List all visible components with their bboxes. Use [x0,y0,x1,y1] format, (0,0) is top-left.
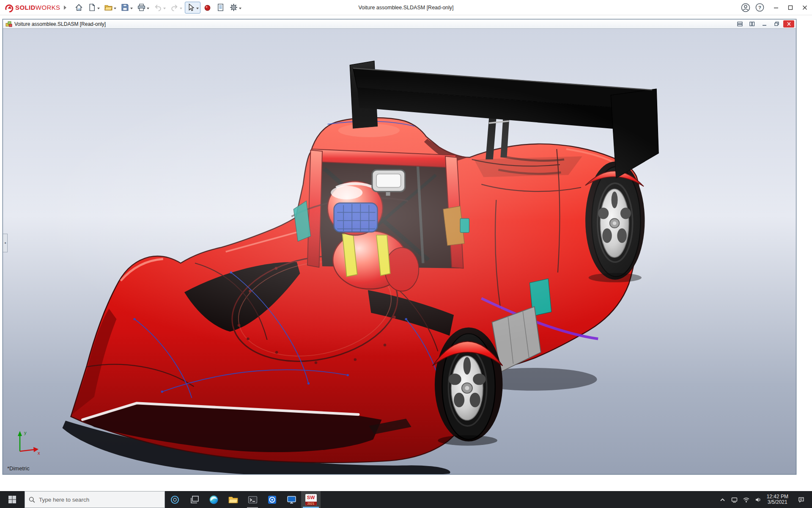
options-button[interactable] [228,2,243,14]
home-icon [74,3,83,12]
minimize-button[interactable] [769,0,783,15]
notification-center-icon [798,496,805,503]
clock-time: 12:42 PM [767,494,788,500]
wifi-icon [743,496,750,503]
redo-icon [170,3,179,12]
app-window: SOLIDWORKS [0,0,812,508]
new-document-icon [88,3,96,12]
display-app-button[interactable] [282,491,301,508]
dropdown-caret-icon[interactable] [196,8,199,11]
options-gear-icon [229,3,238,12]
quick-access-toolbar [73,2,243,14]
tile-horizontal-icon [737,22,743,26]
rear-view-mirror[interactable] [372,170,405,196]
dropdown-caret-icon[interactable] [114,8,116,11]
task-view-icon [189,494,200,505]
close-button[interactable] [798,0,812,15]
minimize-icon [774,5,779,10]
media-app-button[interactable] [262,491,282,508]
help-button[interactable]: ? [755,3,765,12]
network-button[interactable] [729,491,741,508]
volume-button[interactable] [752,491,764,508]
print-button[interactable] [135,2,151,14]
document-titlebar[interactable]: Voiture assomblee.SLDASM [Read-only] [3,19,796,29]
brand-works: WORKS [36,4,60,11]
taskbar-search[interactable] [25,491,165,508]
tile-vertical-icon [749,22,755,26]
document-title: Voiture assomblee.SLDASM [Read-only] [14,21,106,27]
y-axis-arrow [18,431,22,436]
file-explorer-button[interactable] [223,491,243,508]
wifi-button[interactable] [741,491,752,508]
start-button[interactable] [0,491,25,508]
y-axis-label: y [24,430,27,435]
dropdown-caret-icon[interactable] [180,8,182,11]
undo-button[interactable] [152,2,167,14]
start-icon [8,495,16,504]
account-icon [741,3,751,13]
media-app-icon [267,494,277,505]
orientation-triad: y x [14,428,44,456]
dropdown-caret-icon[interactable] [97,8,100,11]
mdi-client-area: Voiture assomblee.SLDASM [Read-only] [0,15,812,491]
car-model[interactable] [3,29,796,474]
notification-center-button[interactable] [793,491,809,508]
maximize-button[interactable] [783,0,798,15]
sphere-tool-button[interactable] [201,2,214,14]
titlebar-right-controls: ? [741,0,812,15]
file-properties-icon [216,3,225,12]
dropdown-caret-icon[interactable] [163,8,166,11]
document-window: Voiture assomblee.SLDASM [Read-only] [3,19,796,475]
doc-minimize-icon [762,22,767,26]
new-document-button[interactable] [86,2,102,14]
dropdown-caret-icon[interactable] [239,8,241,11]
featuremanager-collapse-handle[interactable]: ◂ [3,234,8,252]
tile-vertical-button[interactable] [746,20,757,28]
x-axis-label: x [38,450,40,456]
home-button[interactable] [73,2,85,14]
maximize-icon [788,5,793,10]
taskbar-clock[interactable]: 12:42 PM 3/5/2021 [764,494,793,505]
hidden-icons-button[interactable] [717,491,729,508]
edge-icon [208,494,219,505]
volume-icon [754,496,762,503]
ds-logo-icon [4,3,14,12]
select-tool-button[interactable] [185,2,200,14]
solidworks-app-button[interactable]: SW 2021 [301,491,321,508]
close-icon [802,5,807,10]
account-button[interactable] [741,3,751,13]
tile-horizontal-button[interactable] [734,20,745,28]
open-button[interactable] [102,2,118,14]
search-icon [28,496,36,503]
display-app-icon [286,494,297,505]
doc-restore-icon [774,22,779,26]
redo-button[interactable] [168,2,184,14]
edge-button[interactable] [204,491,223,508]
graphics-viewport[interactable]: y x *Dimetric ◂ [3,29,796,474]
file-explorer-icon [228,494,239,505]
search-input[interactable] [39,497,161,503]
clock-date: 3/5/2021 [767,500,788,505]
save-button[interactable] [119,2,134,14]
svg-text:?: ? [758,5,761,10]
dropdown-caret-icon[interactable] [147,8,149,11]
cortana-icon [170,494,180,505]
task-view-button[interactable] [184,491,204,508]
system-tray: 12:42 PM 3/5/2021 [717,491,812,508]
doc-minimize-button[interactable] [759,20,770,28]
taskbar: SW 2021 [0,491,812,508]
terminal-app-button[interactable] [243,491,262,508]
file-properties-button[interactable] [214,2,227,14]
solidworks-badge-year: 2021 [305,502,317,505]
wing-endplate-right [611,89,658,178]
help-icon: ? [755,3,765,12]
solidworks-badge-text: SW [307,494,315,502]
doc-close-icon [786,22,792,26]
print-icon [137,3,146,12]
document-window-controls [734,20,794,28]
dropdown-caret-icon[interactable] [130,8,133,11]
doc-close-button[interactable] [783,20,794,28]
menu-expand-arrow-icon[interactable] [64,6,69,10]
cortana-button[interactable] [165,491,184,508]
doc-restore-button[interactable] [771,20,782,28]
